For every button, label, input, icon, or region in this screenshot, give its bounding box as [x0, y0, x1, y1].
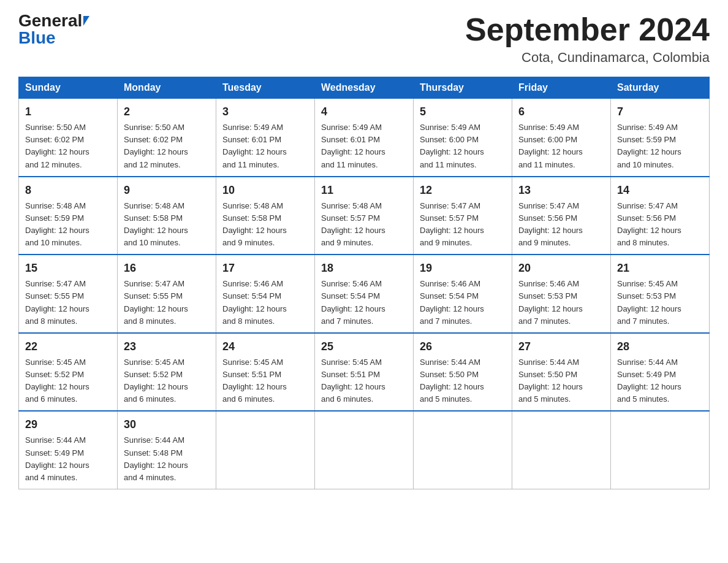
- day-info: Sunrise: 5:46 AMSunset: 5:54 PMDaylight:…: [222, 278, 308, 327]
- day-info: Sunrise: 5:44 AMSunset: 5:50 PMDaylight:…: [420, 356, 506, 406]
- calendar-cell: 17Sunrise: 5:46 AMSunset: 5:54 PMDayligh…: [216, 255, 315, 333]
- day-info: Sunrise: 5:48 AMSunset: 5:59 PMDaylight:…: [25, 200, 111, 250]
- day-number: 1: [25, 104, 111, 120]
- day-info: Sunrise: 5:48 AMSunset: 5:57 PMDaylight:…: [321, 200, 407, 250]
- day-number: 4: [321, 104, 407, 120]
- calendar-subtitle: Cota, Cundinamarca, Colombia: [465, 50, 710, 66]
- day-info: Sunrise: 5:45 AMSunset: 5:51 PMDaylight:…: [321, 356, 407, 406]
- day-number: 7: [617, 104, 703, 120]
- day-number: 10: [222, 182, 308, 199]
- day-number: 11: [321, 182, 407, 199]
- day-number: 3: [222, 104, 308, 120]
- calendar-cell: 8Sunrise: 5:48 AMSunset: 5:59 PMDaylight…: [19, 177, 118, 255]
- calendar-cell: 12Sunrise: 5:47 AMSunset: 5:57 PMDayligh…: [414, 177, 512, 255]
- calendar-cell: 29Sunrise: 5:44 AMSunset: 5:49 PMDayligh…: [19, 411, 118, 489]
- day-number: 18: [321, 260, 407, 277]
- day-info: Sunrise: 5:44 AMSunset: 5:50 PMDaylight:…: [518, 356, 604, 406]
- calendar-cell: [611, 411, 710, 489]
- day-info: Sunrise: 5:49 AMSunset: 6:00 PMDaylight:…: [518, 121, 604, 171]
- day-number: 2: [124, 104, 210, 120]
- logo-general-text: General: [18, 12, 82, 29]
- week-row-5: 29Sunrise: 5:44 AMSunset: 5:49 PMDayligh…: [19, 411, 710, 489]
- day-number: 24: [222, 339, 308, 355]
- day-number: 26: [420, 339, 506, 355]
- day-number: 19: [420, 260, 506, 277]
- calendar-cell: 28Sunrise: 5:44 AMSunset: 5:49 PMDayligh…: [611, 333, 710, 412]
- day-number: 21: [617, 260, 703, 277]
- day-header-tuesday: Tuesday: [216, 77, 315, 99]
- calendar-cell: 16Sunrise: 5:47 AMSunset: 5:55 PMDayligh…: [118, 255, 216, 333]
- day-number: 12: [420, 182, 506, 199]
- day-number: 22: [25, 339, 111, 355]
- day-number: 29: [25, 416, 111, 433]
- day-info: Sunrise: 5:48 AMSunset: 5:58 PMDaylight:…: [124, 200, 210, 250]
- day-info: Sunrise: 5:45 AMSunset: 5:51 PMDaylight:…: [222, 356, 308, 406]
- day-info: Sunrise: 5:45 AMSunset: 5:53 PMDaylight:…: [617, 278, 703, 327]
- day-number: 27: [518, 339, 604, 355]
- week-row-3: 15Sunrise: 5:47 AMSunset: 5:55 PMDayligh…: [19, 255, 710, 333]
- day-number: 17: [222, 260, 308, 277]
- calendar-cell: [315, 411, 414, 489]
- calendar-cell: 21Sunrise: 5:45 AMSunset: 5:53 PMDayligh…: [611, 255, 710, 333]
- calendar-cell: 24Sunrise: 5:45 AMSunset: 5:51 PMDayligh…: [216, 333, 315, 412]
- day-header-sunday: Sunday: [19, 77, 118, 99]
- day-info: Sunrise: 5:46 AMSunset: 5:54 PMDaylight:…: [420, 278, 506, 327]
- day-number: 16: [124, 260, 210, 277]
- day-info: Sunrise: 5:47 AMSunset: 5:57 PMDaylight:…: [420, 200, 506, 250]
- calendar-cell: 1Sunrise: 5:50 AMSunset: 6:02 PMDaylight…: [19, 99, 118, 177]
- calendar-cell: 25Sunrise: 5:45 AMSunset: 5:51 PMDayligh…: [315, 333, 414, 412]
- calendar-cell: 2Sunrise: 5:50 AMSunset: 6:02 PMDaylight…: [118, 99, 216, 177]
- day-number: 8: [25, 182, 111, 199]
- day-info: Sunrise: 5:44 AMSunset: 5:48 PMDaylight:…: [124, 434, 210, 484]
- calendar-cell: 14Sunrise: 5:47 AMSunset: 5:56 PMDayligh…: [611, 177, 710, 255]
- day-info: Sunrise: 5:50 AMSunset: 6:02 PMDaylight:…: [25, 121, 111, 171]
- day-info: Sunrise: 5:46 AMSunset: 5:53 PMDaylight:…: [518, 278, 604, 327]
- day-header-friday: Friday: [512, 77, 611, 99]
- day-number: 9: [124, 182, 210, 199]
- calendar-cell: 26Sunrise: 5:44 AMSunset: 5:50 PMDayligh…: [414, 333, 512, 412]
- day-info: Sunrise: 5:47 AMSunset: 5:55 PMDaylight:…: [124, 278, 210, 327]
- calendar-cell: 19Sunrise: 5:46 AMSunset: 5:54 PMDayligh…: [414, 255, 512, 333]
- week-row-1: 1Sunrise: 5:50 AMSunset: 6:02 PMDaylight…: [19, 99, 710, 177]
- logo-blue-text: Blue: [18, 29, 56, 47]
- day-info: Sunrise: 5:49 AMSunset: 6:01 PMDaylight:…: [321, 121, 407, 171]
- day-info: Sunrise: 5:44 AMSunset: 5:49 PMDaylight:…: [617, 356, 703, 406]
- day-number: 20: [518, 260, 604, 277]
- day-number: 13: [518, 182, 604, 199]
- day-info: Sunrise: 5:47 AMSunset: 5:55 PMDaylight:…: [25, 278, 111, 327]
- day-info: Sunrise: 5:46 AMSunset: 5:54 PMDaylight:…: [321, 278, 407, 327]
- day-header-saturday: Saturday: [611, 77, 710, 99]
- week-row-4: 22Sunrise: 5:45 AMSunset: 5:52 PMDayligh…: [19, 333, 710, 412]
- calendar-cell: [512, 411, 611, 489]
- day-info: Sunrise: 5:44 AMSunset: 5:49 PMDaylight:…: [25, 434, 111, 484]
- calendar-cell: 13Sunrise: 5:47 AMSunset: 5:56 PMDayligh…: [512, 177, 611, 255]
- calendar-cell: 3Sunrise: 5:49 AMSunset: 6:01 PMDaylight…: [216, 99, 315, 177]
- calendar-cell: 7Sunrise: 5:49 AMSunset: 5:59 PMDaylight…: [611, 99, 710, 177]
- week-row-2: 8Sunrise: 5:48 AMSunset: 5:59 PMDaylight…: [19, 177, 710, 255]
- day-info: Sunrise: 5:48 AMSunset: 5:58 PMDaylight:…: [222, 200, 308, 250]
- day-info: Sunrise: 5:47 AMSunset: 5:56 PMDaylight:…: [518, 200, 604, 250]
- calendar-cell: 4Sunrise: 5:49 AMSunset: 6:01 PMDaylight…: [315, 99, 414, 177]
- calendar-cell: [216, 411, 315, 489]
- calendar-cell: 23Sunrise: 5:45 AMSunset: 5:52 PMDayligh…: [118, 333, 216, 412]
- calendar-title: September 2024: [465, 12, 710, 47]
- calendar-cell: 11Sunrise: 5:48 AMSunset: 5:57 PMDayligh…: [315, 177, 414, 255]
- day-header-monday: Monday: [118, 77, 216, 99]
- calendar-cell: 10Sunrise: 5:48 AMSunset: 5:58 PMDayligh…: [216, 177, 315, 255]
- calendar-cell: 22Sunrise: 5:45 AMSunset: 5:52 PMDayligh…: [19, 333, 118, 412]
- day-header-thursday: Thursday: [414, 77, 512, 99]
- calendar-cell: 27Sunrise: 5:44 AMSunset: 5:50 PMDayligh…: [512, 333, 611, 412]
- days-of-week-row: SundayMondayTuesdayWednesdayThursdayFrid…: [19, 77, 710, 99]
- day-number: 15: [25, 260, 111, 277]
- day-header-wednesday: Wednesday: [315, 77, 414, 99]
- day-info: Sunrise: 5:47 AMSunset: 5:56 PMDaylight:…: [617, 200, 703, 250]
- day-number: 5: [420, 104, 506, 120]
- day-info: Sunrise: 5:49 AMSunset: 6:01 PMDaylight:…: [222, 121, 308, 171]
- day-number: 30: [124, 416, 210, 433]
- day-number: 14: [617, 182, 703, 199]
- day-info: Sunrise: 5:50 AMSunset: 6:02 PMDaylight:…: [124, 121, 210, 171]
- day-info: Sunrise: 5:45 AMSunset: 5:52 PMDaylight:…: [124, 356, 210, 406]
- calendar-cell: 18Sunrise: 5:46 AMSunset: 5:54 PMDayligh…: [315, 255, 414, 333]
- logo: General Blue: [18, 12, 89, 47]
- calendar-cell: 20Sunrise: 5:46 AMSunset: 5:53 PMDayligh…: [512, 255, 611, 333]
